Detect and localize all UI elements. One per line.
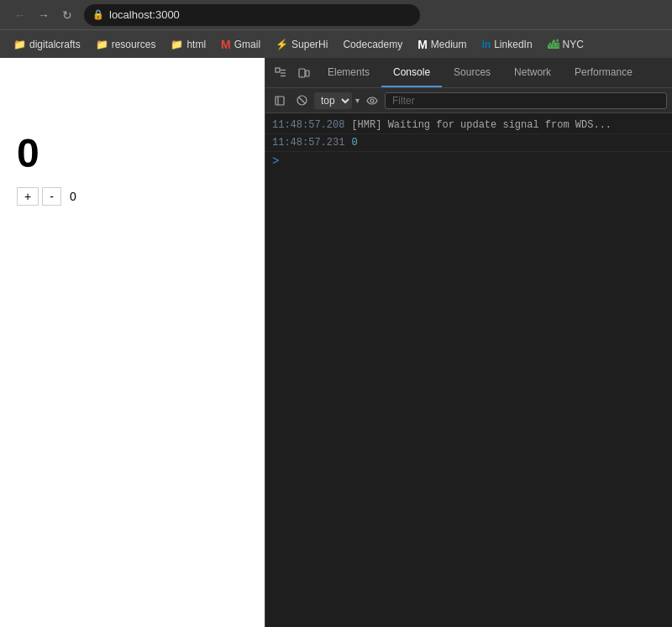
folder-icon: 📁 [171,39,183,50]
context-select[interactable]: top [314,92,352,109]
bookmarks-bar: 📁 digitalcrafts 📁 resources 📁 html M Gma… [0,29,672,58]
svg-line-10 [299,97,305,103]
superhi-icon: ⚡ [276,39,288,50]
tab-sources[interactable]: Sources [442,58,502,87]
minus-button[interactable]: - [42,187,61,206]
devtools-panel: Elements Console Sources Network Perform… [265,58,672,627]
console-toolbar: top ▾ [265,88,672,113]
devtools-tabs: Elements Console Sources Network Perform… [316,58,669,87]
gmail-icon: M [221,38,231,51]
svg-rect-0 [276,68,280,72]
main-area: 0 + - 0 [0,58,672,627]
bookmark-medium[interactable]: M Medium [411,34,473,55]
address-text: localhost:3000 [109,8,180,21]
address-bar[interactable]: 🔒 localhost:3000 [84,4,420,26]
bookmark-resources[interactable]: 📁 resources [89,35,163,54]
bookmark-label: Gmail [234,39,260,50]
svg-rect-7 [276,97,284,105]
devtools-toolbar: Elements Console Sources Network Perform… [265,58,672,88]
bookmark-digitalcrafts[interactable]: 📁 digitalcrafts [7,35,87,54]
bookmark-linkedin[interactable]: in LinkedIn [475,35,539,54]
filter-input[interactable] [385,92,667,109]
console-output: 11:48:57.208 [HMR] Waiting for update si… [265,113,672,627]
nyc-icon: 🏙 [548,38,559,51]
medium-icon: M [417,38,428,51]
eye-button[interactable] [363,91,381,110]
console-number: 0 [351,137,357,149]
page-content: 0 + - 0 [0,58,265,627]
timestamp: 11:48:57.208 [272,119,344,131]
console-message: [HMR] Waiting for update signal from WDS… [351,119,612,131]
back-button[interactable]: ← [10,5,30,25]
context-selector[interactable]: top ▾ [314,92,360,109]
chevron-down-icon: ▾ [355,96,360,105]
tab-network[interactable]: Network [502,58,563,87]
counter-buttons: + - 0 [17,187,248,206]
inspect-element-button[interactable] [269,61,292,85]
bookmark-label: html [186,39,206,50]
bookmark-codecademy[interactable]: Codecademy [336,35,409,54]
nav-buttons: ← → ↻ [10,5,77,25]
browser-chrome: ← → ↻ 🔒 localhost:3000 📁 digitalcrafts 📁… [0,0,672,58]
bookmark-label: SuperHi [291,39,328,50]
console-line-hmr: 11:48:57.208 [HMR] Waiting for update si… [265,117,672,134]
folder-icon: 📁 [96,39,108,50]
linkedin-icon: in [482,39,491,50]
svg-point-11 [370,99,374,102]
bookmark-label: LinkedIn [494,39,532,50]
bookmark-gmail[interactable]: M Gmail [214,34,267,55]
reload-button[interactable]: ↻ [57,5,77,25]
bookmark-label: Codecademy [343,39,402,50]
tab-elements[interactable]: Elements [316,58,381,87]
forward-button[interactable]: → [34,5,54,25]
folder-icon: 📁 [13,39,26,50]
device-toolbar-button[interactable] [292,61,316,85]
bookmark-label: resources [112,39,156,50]
counter-display: 0 [65,190,81,203]
console-sidebar-button[interactable] [270,91,289,110]
console-prompt[interactable]: > [265,152,672,170]
bookmark-label: digitalcrafts [29,39,81,50]
bookmark-label: Medium [431,39,467,50]
tab-performance[interactable]: Performance [563,58,644,87]
bookmark-nyc[interactable]: 🏙 NYC [541,34,591,55]
plus-button[interactable]: + [17,187,39,206]
bookmark-html[interactable]: 📁 html [164,35,213,54]
bookmark-label: NYC [563,39,584,50]
tab-console[interactable]: Console [381,58,442,87]
bookmark-superhi[interactable]: ⚡ SuperHi [269,35,334,54]
title-bar: ← → ↻ 🔒 localhost:3000 [0,0,672,29]
lock-icon: 🔒 [92,9,104,20]
counter-value: 0 [17,133,248,174]
timestamp: 11:48:57.231 [272,137,344,149]
console-line-number: 11:48:57.231 0 [265,134,672,152]
svg-rect-5 [306,71,309,76]
clear-console-button[interactable] [292,91,311,110]
